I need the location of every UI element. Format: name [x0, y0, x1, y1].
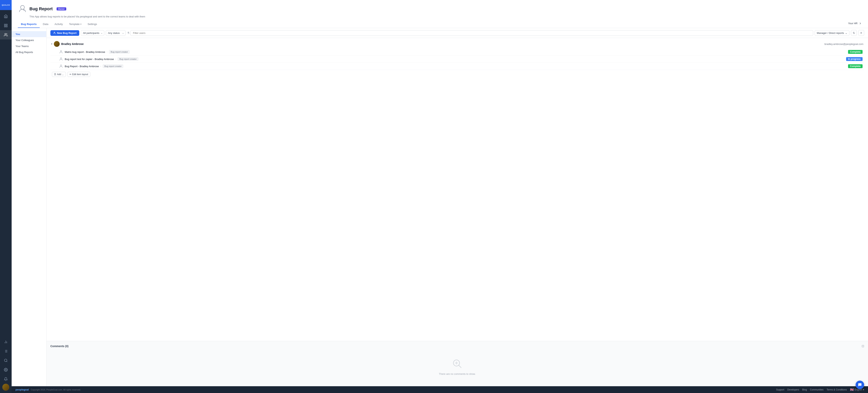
- footer-right: Support Developers Blog Communities Term…: [776, 388, 864, 391]
- sidebar-icon-settings[interactable]: [0, 365, 11, 374]
- report-tag: Bug report creator: [103, 64, 123, 68]
- sidebar-icon-chart[interactable]: [0, 337, 11, 347]
- report-item-left: Matrix bug report - Bradley Ambrose • Bu…: [59, 50, 130, 54]
- status-filter-wrapper: Any status Complete In progress Not star…: [106, 30, 126, 36]
- table-row[interactable]: Bug Report - Bradley Ambrose • Bug repor…: [51, 63, 864, 70]
- your-hr-button[interactable]: Your HR: [848, 22, 862, 27]
- manager-filter-chevron: ⌄: [845, 32, 847, 34]
- svg-point-23: [60, 58, 62, 59]
- svg-point-19: [54, 32, 55, 33]
- sidebar-icon-bell[interactable]: [0, 374, 11, 384]
- participants-filter-wrapper: All participants Only me My team: [81, 30, 104, 36]
- comments-title: Comments (0): [51, 345, 68, 348]
- owner-badge: Owner: [57, 7, 66, 10]
- user-group-avatar: [54, 41, 60, 47]
- sidebar-icon-grid[interactable]: [0, 21, 11, 30]
- footer-link-blog[interactable]: Blog: [802, 388, 807, 391]
- dot-separator: •: [107, 51, 107, 53]
- footer-link-communities[interactable]: Communities: [810, 388, 824, 391]
- tab-bug-reports[interactable]: Bug Reports: [18, 21, 40, 28]
- status-filter[interactable]: Any status Complete In progress Not star…: [106, 30, 126, 36]
- sidebar-icon-search[interactable]: [0, 356, 11, 365]
- right-panel: New Bug Report All participants Only me …: [46, 28, 868, 386]
- svg-point-16: [5, 369, 6, 370]
- app-icon-area: [18, 4, 27, 14]
- svg-point-4: [5, 33, 6, 35]
- report-person-icon: [59, 64, 63, 68]
- add-icon: ☰: [54, 73, 56, 76]
- language-chevron: ▾: [863, 388, 864, 391]
- filter-users-input[interactable]: [130, 30, 813, 36]
- table-row[interactable]: Matrix bug report - Bradley Ambrose • Bu…: [51, 48, 864, 56]
- left-nav-item-you[interactable]: You: [11, 31, 46, 37]
- comments-header: Comments (0) ⊡: [51, 344, 864, 348]
- sidebar-icon-list[interactable]: [0, 347, 11, 356]
- svg-rect-3: [4, 26, 6, 27]
- left-nav-item-all[interactable]: All Bug Reports: [11, 49, 46, 55]
- add-label: Add ...: [57, 73, 64, 76]
- your-hr-label: Your HR: [848, 22, 858, 25]
- user-group-name: Bradley Ambrose: [61, 42, 84, 45]
- chat-bubble[interactable]: [856, 381, 864, 389]
- svg-rect-0: [4, 24, 6, 25]
- table-row[interactable]: Bug report test for zapier - Bradley Amb…: [51, 56, 864, 63]
- close-button[interactable]: ✕: [858, 30, 864, 36]
- edit-layout-label: Edit item layout: [72, 73, 88, 76]
- participants-filter[interactable]: All participants Only me My team: [81, 30, 104, 36]
- svg-point-14: [4, 359, 7, 362]
- comments-section: Comments (0) ⊡ There are no comments to …: [46, 341, 868, 386]
- group-chevron[interactable]: ▾: [51, 42, 52, 45]
- no-comments-text: There are no comments to show.: [439, 372, 475, 375]
- svg-rect-2: [6, 26, 7, 27]
- footer-link-developers[interactable]: Developers: [787, 388, 799, 391]
- svg-point-22: [60, 51, 62, 52]
- footer-link-terms[interactable]: Terms & Conditions: [827, 388, 847, 391]
- chat-icon: [858, 383, 862, 387]
- edit-icon: ✏: [69, 73, 71, 76]
- sort-button[interactable]: ⇅: [851, 30, 857, 36]
- sidebar-bottom: [2, 384, 9, 393]
- user-group-bradley: ▾ Bradley Ambrose bradley.ambrose@people…: [51, 39, 864, 79]
- user-avatar[interactable]: [2, 384, 9, 391]
- sidebar: QUALCO: [0, 0, 11, 393]
- no-comments-icon: [452, 359, 462, 370]
- left-nav-item-colleagues[interactable]: Your Colleagues: [11, 37, 46, 43]
- app-header: Bug Report Owner This App allows bug rep…: [11, 0, 868, 28]
- new-report-label: New Bug Report: [57, 32, 76, 34]
- new-report-icon: [53, 32, 56, 34]
- comments-empty: There are no comments to show.: [51, 351, 864, 383]
- left-nav-item-teams[interactable]: Your Teams: [11, 43, 46, 49]
- footer-left: peoplegoal Copyright 2019, PeopleGoal.co…: [16, 388, 81, 391]
- user-group-email: bradley.ambrose@peoplegoal.com: [825, 42, 863, 45]
- report-person-icon: [59, 57, 63, 61]
- footer-link-support[interactable]: Support: [776, 388, 784, 391]
- report-tag: Bug report creator: [109, 50, 130, 54]
- report-name: Bug report test for zapier - Bradley Amb…: [65, 58, 114, 61]
- main-content: Bug Report Owner This App allows bug rep…: [11, 0, 868, 393]
- report-name: Matrix bug report - Bradley Ambrose: [65, 51, 105, 54]
- sidebar-logo: QUALCO: [0, 0, 11, 10]
- flag-icon: 🇬🇧: [850, 388, 854, 391]
- tab-template[interactable]: Template ▾: [66, 21, 85, 28]
- comments-edit-icon[interactable]: ⊡: [862, 344, 864, 348]
- user-group-left: ▾ Bradley Ambrose: [51, 41, 84, 47]
- sidebar-icon-people[interactable]: [0, 30, 11, 39]
- report-item-left: Bug report test for zapier - Bradley Amb…: [59, 57, 138, 61]
- new-bug-report-button[interactable]: New Bug Report: [51, 30, 79, 36]
- tab-template-chevron: ▾: [81, 23, 81, 25]
- dot-separator: •: [116, 58, 116, 60]
- manager-filter-label: Manager / Direct reports: [817, 32, 844, 34]
- report-list: ▾ Bradley Ambrose bradley.ambrose@people…: [46, 38, 868, 341]
- tab-activity[interactable]: Activity: [52, 21, 66, 28]
- status-badge: Complete: [848, 64, 863, 68]
- svg-line-26: [459, 365, 461, 368]
- manager-filter[interactable]: Manager / Direct reports ⌄: [815, 30, 849, 36]
- tab-data[interactable]: Data: [40, 21, 52, 28]
- tab-settings[interactable]: Settings: [85, 21, 100, 28]
- sidebar-nav: [0, 10, 11, 393]
- your-hr-icon: [859, 22, 862, 25]
- sidebar-icon-home[interactable]: [0, 11, 11, 21]
- edit-layout-button[interactable]: ✏ Edit item layout: [67, 72, 90, 77]
- add-button[interactable]: ☰ Add ...: [52, 72, 66, 77]
- svg-rect-1: [6, 24, 7, 25]
